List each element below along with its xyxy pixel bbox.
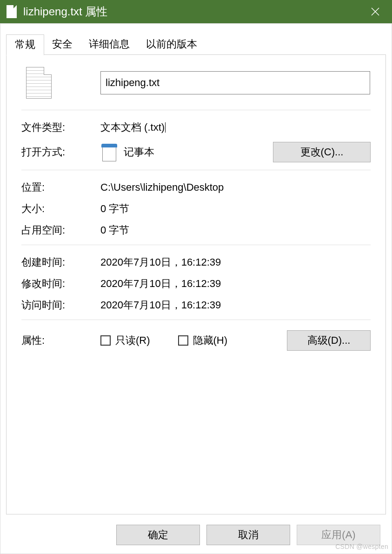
location-label: 位置: [21, 180, 100, 194]
tab-security[interactable]: 安全 [44, 34, 81, 55]
tab-general[interactable]: 常规 [6, 34, 44, 55]
modified-value: 2020年7月10日，16:12:39 [100, 277, 371, 291]
readonly-label: 只读(R) [115, 334, 150, 347]
divider [21, 170, 371, 170]
location-value: C:\Users\lizhipeng\Desktop [100, 181, 371, 194]
accessed-value: 2020年7月10日，16:12:39 [100, 298, 371, 312]
window-title: lizhipeng.txt 属性 [23, 4, 359, 19]
created-value: 2020年7月10日，16:12:39 [100, 255, 371, 269]
checkbox-icon [100, 335, 111, 346]
cancel-button[interactable]: 取消 [206, 525, 290, 545]
divider [21, 320, 371, 320]
opens-with-value: 记事本 [124, 145, 154, 159]
tab-details[interactable]: 详细信息 [80, 34, 138, 55]
file-type-icon [26, 67, 52, 99]
readonly-checkbox[interactable]: 只读(R) [100, 334, 150, 347]
tab-previous-versions[interactable]: 以前的版本 [138, 34, 206, 55]
created-label: 创建时间: [21, 255, 100, 269]
filetype-label: 文件类型: [21, 120, 100, 134]
watermark: CSDN @wespten [335, 543, 388, 550]
tab-panel-general: 文件类型: 文本文档 (.txt) 打开方式: 记事本 更改(C)... 位置:… [6, 55, 386, 514]
close-icon [371, 7, 379, 16]
divider [21, 110, 371, 110]
apply-button[interactable]: 应用(A) [297, 525, 380, 545]
notepad-icon [100, 143, 117, 161]
tab-bar: 常规 安全 详细信息 以前的版本 [6, 35, 386, 55]
close-button[interactable] [359, 0, 392, 23]
file-icon [7, 5, 17, 18]
dialog-footer: 确定 取消 应用(A) [6, 514, 386, 548]
size-on-disk-value: 0 字节 [100, 223, 371, 237]
properties-dialog: lizhipeng.txt 属性 常规 安全 详细信息 以前的版本 [0, 0, 392, 554]
checkbox-icon [178, 335, 188, 346]
modified-label: 修改时间: [21, 277, 100, 291]
filetype-value: 文本文档 (.txt) [100, 120, 371, 134]
opens-with-label: 打开方式: [21, 145, 100, 159]
hidden-label: 隐藏(H) [193, 334, 228, 347]
filename-input[interactable] [100, 71, 370, 94]
advanced-button[interactable]: 高级(D)... [287, 330, 371, 351]
ok-button[interactable]: 确定 [116, 525, 200, 545]
divider [21, 245, 371, 245]
size-label: 大小: [21, 202, 100, 216]
hidden-checkbox[interactable]: 隐藏(H) [178, 334, 228, 347]
change-button[interactable]: 更改(C)... [273, 142, 371, 162]
accessed-label: 访问时间: [21, 298, 100, 312]
size-value: 0 字节 [100, 202, 371, 216]
titlebar[interactable]: lizhipeng.txt 属性 [0, 0, 392, 23]
size-on-disk-label: 占用空间: [21, 223, 100, 237]
attributes-label: 属性: [21, 334, 100, 347]
